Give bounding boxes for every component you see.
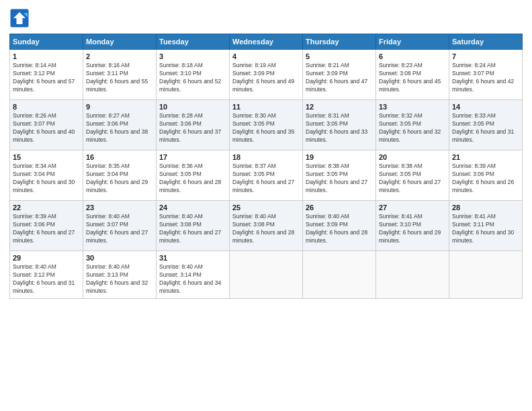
day-number: 17 — [159, 153, 226, 161]
day-detail: Sunrise: 8:38 AMSunset: 3:05 PMDaylight:… — [379, 163, 446, 195]
weekday-header-saturday: Saturday — [449, 34, 523, 50]
week-row-3: 15Sunrise: 8:34 AMSunset: 3:04 PMDayligh… — [10, 150, 523, 201]
day-number: 6 — [379, 52, 446, 60]
day-number: 22 — [13, 203, 80, 212]
day-number: 31 — [159, 254, 226, 262]
calendar-cell: 21Sunrise: 8:39 AMSunset: 3:06 PMDayligh… — [449, 150, 523, 201]
calendar-cell: 9Sunrise: 8:27 AMSunset: 3:06 PMDaylight… — [83, 100, 157, 150]
calendar-cell: 28Sunrise: 8:41 AMSunset: 3:11 PMDayligh… — [449, 201, 523, 251]
weekday-header-sunday: Sunday — [10, 34, 83, 50]
day-detail: Sunrise: 8:38 AMSunset: 3:05 PMDaylight:… — [306, 163, 373, 195]
day-detail: Sunrise: 8:35 AMSunset: 3:04 PMDaylight:… — [86, 163, 153, 195]
calendar-cell: 11Sunrise: 8:30 AMSunset: 3:05 PMDayligh… — [230, 100, 303, 150]
day-detail: Sunrise: 8:14 AMSunset: 3:12 PMDaylight:… — [13, 62, 80, 94]
logo — [9, 8, 32, 28]
day-number: 2 — [86, 52, 153, 60]
day-detail: Sunrise: 8:40 AMSunset: 3:12 PMDaylight:… — [13, 263, 80, 295]
day-detail: Sunrise: 8:40 AMSunset: 3:08 PMDaylight:… — [159, 213, 226, 245]
calendar-cell: 5Sunrise: 8:21 AMSunset: 3:09 PMDaylight… — [303, 50, 376, 100]
day-number: 18 — [232, 153, 300, 161]
day-detail: Sunrise: 8:36 AMSunset: 3:05 PMDaylight:… — [159, 163, 226, 195]
calendar-cell: 18Sunrise: 8:37 AMSunset: 3:05 PMDayligh… — [230, 150, 303, 201]
day-number: 4 — [232, 52, 300, 60]
calendar-cell: 31Sunrise: 8:40 AMSunset: 3:14 PMDayligh… — [157, 251, 230, 299]
weekday-header-tuesday: Tuesday — [157, 34, 230, 50]
day-detail: Sunrise: 8:37 AMSunset: 3:05 PMDaylight:… — [232, 163, 300, 195]
day-detail: Sunrise: 8:32 AMSunset: 3:05 PMDaylight:… — [379, 112, 446, 144]
day-number: 16 — [86, 153, 153, 161]
calendar: SundayMondayTuesdayWednesdayThursdayFrid… — [9, 34, 523, 299]
day-detail: Sunrise: 8:21 AMSunset: 3:09 PMDaylight:… — [306, 62, 373, 94]
day-number: 11 — [232, 103, 300, 111]
day-detail: Sunrise: 8:33 AMSunset: 3:05 PMDaylight:… — [452, 112, 519, 144]
day-number: 15 — [13, 153, 80, 161]
day-detail: Sunrise: 8:19 AMSunset: 3:09 PMDaylight:… — [232, 62, 300, 94]
calendar-cell — [376, 251, 449, 299]
week-row-2: 8Sunrise: 8:26 AMSunset: 3:07 PMDaylight… — [10, 100, 523, 150]
calendar-cell: 24Sunrise: 8:40 AMSunset: 3:08 PMDayligh… — [157, 201, 230, 251]
day-number: 25 — [232, 203, 300, 212]
day-detail: Sunrise: 8:26 AMSunset: 3:07 PMDaylight:… — [13, 112, 80, 144]
day-number: 23 — [86, 203, 153, 212]
day-number: 20 — [379, 153, 446, 161]
day-detail: Sunrise: 8:40 AMSunset: 3:09 PMDaylight:… — [306, 213, 373, 245]
calendar-cell — [303, 251, 376, 299]
weekday-header-thursday: Thursday — [303, 34, 376, 50]
day-detail: Sunrise: 8:40 AMSunset: 3:14 PMDaylight:… — [159, 263, 226, 295]
day-number: 21 — [452, 153, 519, 161]
week-row-5: 29Sunrise: 8:40 AMSunset: 3:12 PMDayligh… — [10, 251, 523, 299]
calendar-cell: 30Sunrise: 8:40 AMSunset: 3:13 PMDayligh… — [83, 251, 157, 299]
calendar-cell: 4Sunrise: 8:19 AMSunset: 3:09 PMDaylight… — [230, 50, 303, 100]
weekday-header-friday: Friday — [376, 34, 449, 50]
day-detail: Sunrise: 8:18 AMSunset: 3:10 PMDaylight:… — [159, 62, 226, 94]
day-detail: Sunrise: 8:41 AMSunset: 3:11 PMDaylight:… — [452, 213, 519, 245]
page: SundayMondayTuesdayWednesdayThursdayFrid… — [0, 0, 532, 411]
day-number: 8 — [13, 103, 80, 111]
logo-icon — [9, 8, 30, 28]
calendar-cell: 6Sunrise: 8:23 AMSunset: 3:08 PMDaylight… — [376, 50, 449, 100]
weekday-header-wednesday: Wednesday — [230, 34, 303, 50]
calendar-cell: 10Sunrise: 8:28 AMSunset: 3:06 PMDayligh… — [157, 100, 230, 150]
day-detail: Sunrise: 8:31 AMSunset: 3:05 PMDaylight:… — [306, 112, 373, 144]
day-number: 26 — [306, 203, 373, 212]
calendar-cell: 29Sunrise: 8:40 AMSunset: 3:12 PMDayligh… — [10, 251, 83, 299]
calendar-cell — [230, 251, 303, 299]
day-number: 1 — [13, 52, 80, 60]
header — [9, 8, 523, 28]
day-detail: Sunrise: 8:40 AMSunset: 3:08 PMDaylight:… — [232, 213, 300, 245]
weekday-header-row: SundayMondayTuesdayWednesdayThursdayFrid… — [10, 34, 523, 50]
day-number: 12 — [306, 103, 373, 111]
calendar-cell: 12Sunrise: 8:31 AMSunset: 3:05 PMDayligh… — [303, 100, 376, 150]
week-row-1: 1Sunrise: 8:14 AMSunset: 3:12 PMDaylight… — [10, 50, 523, 100]
day-number: 5 — [306, 52, 373, 60]
day-number: 10 — [159, 103, 226, 111]
day-detail: Sunrise: 8:28 AMSunset: 3:06 PMDaylight:… — [159, 112, 226, 144]
calendar-cell: 16Sunrise: 8:35 AMSunset: 3:04 PMDayligh… — [83, 150, 157, 201]
day-detail: Sunrise: 8:30 AMSunset: 3:05 PMDaylight:… — [232, 112, 300, 144]
week-row-4: 22Sunrise: 8:39 AMSunset: 3:06 PMDayligh… — [10, 201, 523, 251]
day-number: 3 — [159, 52, 226, 60]
day-detail: Sunrise: 8:40 AMSunset: 3:07 PMDaylight:… — [86, 213, 153, 245]
calendar-cell: 20Sunrise: 8:38 AMSunset: 3:05 PMDayligh… — [376, 150, 449, 201]
day-number: 29 — [13, 254, 80, 262]
calendar-cell: 27Sunrise: 8:41 AMSunset: 3:10 PMDayligh… — [376, 201, 449, 251]
calendar-cell: 15Sunrise: 8:34 AMSunset: 3:04 PMDayligh… — [10, 150, 83, 201]
calendar-cell: 19Sunrise: 8:38 AMSunset: 3:05 PMDayligh… — [303, 150, 376, 201]
calendar-cell — [449, 251, 523, 299]
day-detail: Sunrise: 8:24 AMSunset: 3:07 PMDaylight:… — [452, 62, 519, 94]
day-detail: Sunrise: 8:39 AMSunset: 3:06 PMDaylight:… — [452, 163, 519, 195]
calendar-cell: 22Sunrise: 8:39 AMSunset: 3:06 PMDayligh… — [10, 201, 83, 251]
day-detail: Sunrise: 8:23 AMSunset: 3:08 PMDaylight:… — [379, 62, 446, 94]
day-number: 19 — [306, 153, 373, 161]
day-detail: Sunrise: 8:34 AMSunset: 3:04 PMDaylight:… — [13, 163, 80, 195]
day-detail: Sunrise: 8:39 AMSunset: 3:06 PMDaylight:… — [13, 213, 80, 245]
day-number: 9 — [86, 103, 153, 111]
calendar-cell: 26Sunrise: 8:40 AMSunset: 3:09 PMDayligh… — [303, 201, 376, 251]
calendar-cell: 25Sunrise: 8:40 AMSunset: 3:08 PMDayligh… — [230, 201, 303, 251]
day-number: 24 — [159, 203, 226, 212]
calendar-cell: 7Sunrise: 8:24 AMSunset: 3:07 PMDaylight… — [449, 50, 523, 100]
day-number: 28 — [452, 203, 519, 212]
calendar-cell: 23Sunrise: 8:40 AMSunset: 3:07 PMDayligh… — [83, 201, 157, 251]
weekday-header-monday: Monday — [83, 34, 157, 50]
day-number: 7 — [452, 52, 519, 60]
